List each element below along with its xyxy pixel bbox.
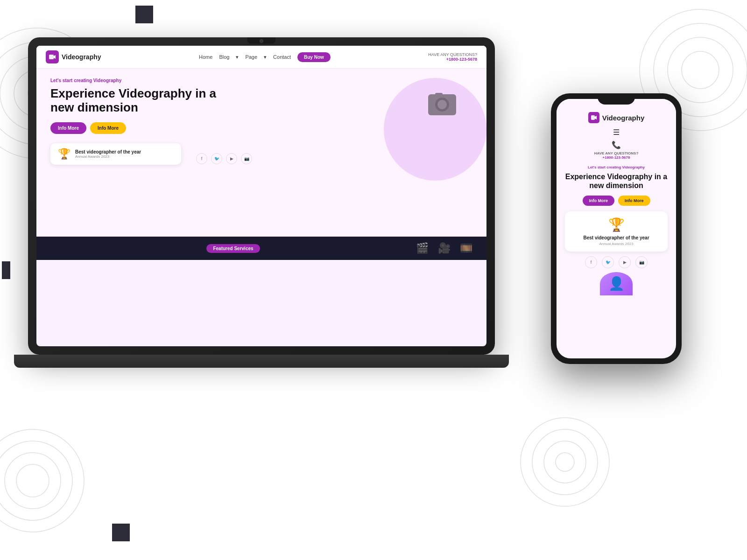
main-container: Videography Home Blog ▾ Page ▾ Contact B… (0, 0, 747, 560)
laptop-nav-phone: HAVE ANY QUESTIONS? +1800-123-5678 (428, 52, 477, 62)
svg-point-16 (556, 453, 574, 471)
phone-logo-text: Videography (602, 114, 645, 122)
svg-point-15 (544, 441, 586, 483)
laptop-base (14, 355, 509, 368)
circles-left-bottom (0, 420, 93, 541)
svg-point-14 (532, 429, 598, 495)
svg-marker-18 (54, 55, 56, 59)
feat-icon-2: 🎥 (438, 242, 451, 254)
facebook-icon[interactable]: f (196, 153, 207, 164)
nav-blog[interactable]: Blog (219, 54, 229, 60)
laptop-hero: Let's start creating Videography Experie… (36, 69, 486, 237)
svg-point-9 (0, 429, 84, 532)
feat-icon-1: 🎬 (416, 242, 429, 254)
svg-marker-24 (595, 116, 597, 119)
phone-hero-title: Experience Videography in a new dimensio… (563, 172, 669, 190)
phone-person-preview (563, 272, 669, 295)
laptop-featured-badge: Featured Services (206, 244, 260, 253)
phone-facebook-icon[interactable]: f (585, 256, 597, 268)
phone-content: Videography ☰ 📞 HAVE ANY QUESTIONS? +180… (557, 99, 676, 302)
laptop-camera (260, 39, 263, 43)
laptop-btn-info-more-1[interactable]: Info More (50, 122, 86, 134)
phone-instagram-icon[interactable]: 📷 (635, 256, 648, 268)
feat-icon-3: 🎞️ (460, 242, 472, 254)
laptop-hero-title: Experience Videography in a new dimensio… (50, 87, 218, 115)
svg-point-13 (521, 418, 609, 506)
phone-award-card: 🏆 Best videographer of the year Annual A… (565, 211, 668, 252)
laptop-featured-bar: Featured Services 🎬 🎥 🎞️ (36, 237, 486, 260)
laptop-award-text: Best videographer of the year Annual Awa… (75, 149, 141, 159)
phone-logo-icon (588, 112, 599, 123)
laptop-nav-links: Home Blog ▾ Page ▾ Contact Buy Now (199, 52, 331, 62)
phone-tagline: Let's start creating Videography (563, 165, 669, 169)
phone-notch (598, 93, 635, 105)
svg-point-8 (682, 51, 719, 89)
laptop-logo-text: Videography (62, 53, 101, 61)
phone-mockup: Videography ☰ 📞 HAVE ANY QUESTIONS? +180… (551, 93, 682, 392)
phone-btn-info-more-1[interactable]: Info More (583, 196, 615, 206)
phone-questions-label: HAVE ANY QUESTIONS? (563, 151, 669, 155)
buy-now-button[interactable]: Buy Now (297, 52, 331, 62)
phone-social-icons: f 🐦 ▶ 📷 (563, 256, 669, 268)
svg-rect-22 (435, 93, 443, 97)
phone-award-icon: 🏆 (608, 217, 625, 232)
nav-home[interactable]: Home (199, 54, 212, 60)
twitter-icon[interactable]: 🐦 (211, 153, 222, 164)
deco-square-1 (135, 6, 153, 23)
deco-square-4 (112, 524, 130, 541)
phone-screen: Videography ☰ 📞 HAVE ANY QUESTIONS? +180… (557, 99, 676, 358)
laptop-screen: Videography Home Blog ▾ Page ▾ Contact B… (36, 46, 486, 346)
deco-square-2 (2, 261, 10, 279)
phone-buttons: Info More Info More (563, 196, 669, 206)
circles-right-bottom (514, 411, 616, 513)
phone-hamburger-icon[interactable]: ☰ (563, 128, 669, 137)
laptop-social-icons: f 🐦 ▶ 📷 (196, 153, 252, 164)
camera-deco (426, 87, 458, 122)
nav-contact[interactable]: Contact (273, 54, 291, 60)
svg-rect-17 (49, 55, 54, 59)
laptop-body: Videography Home Blog ▾ Page ▾ Contact B… (28, 37, 495, 355)
laptop-logo-icon (46, 50, 59, 63)
nav-page[interactable]: Page (245, 54, 257, 60)
laptop-award-icon: 🏆 (58, 148, 70, 160)
phone-number: +1800-123-5678 (563, 155, 669, 160)
phone-body: Videography ☰ 📞 HAVE ANY QUESTIONS? +180… (551, 93, 682, 364)
phone-btn-info-more-2[interactable]: Info More (618, 196, 650, 206)
svg-point-12 (16, 464, 49, 497)
svg-point-11 (5, 453, 61, 509)
svg-point-7 (668, 37, 733, 103)
phone-person-image (600, 272, 633, 295)
phone-twitter-icon[interactable]: 🐦 (602, 256, 614, 268)
laptop-featured-icons: 🎬 🎥 🎞️ (416, 242, 472, 254)
svg-rect-23 (591, 115, 595, 120)
svg-point-10 (0, 441, 72, 520)
laptop-hero-tagline: Let's start creating Videography (50, 78, 472, 83)
phone-award-main: Best videographer of the year (583, 235, 649, 240)
phone-logo-row: Videography (563, 112, 669, 123)
youtube-icon[interactable]: ▶ (226, 153, 237, 164)
laptop-logo: Videography (46, 50, 101, 63)
svg-point-21 (437, 100, 447, 109)
laptop-btn-info-more-2[interactable]: Info More (90, 122, 126, 134)
laptop-camera-bump (247, 37, 275, 44)
instagram-icon[interactable]: 📷 (241, 153, 252, 164)
phone-call-icon: 📞 (563, 140, 669, 149)
phone-award-sub: Annual Awards 2023 (599, 242, 633, 246)
phone-youtube-icon[interactable]: ▶ (619, 256, 631, 268)
laptop-featured-center: Featured Services (50, 244, 416, 253)
laptop-award-card: 🏆 Best videographer of the year Annual A… (50, 143, 181, 165)
laptop-mockup: Videography Home Blog ▾ Page ▾ Contact B… (28, 37, 514, 383)
laptop-nav: Videography Home Blog ▾ Page ▾ Contact B… (36, 46, 486, 69)
